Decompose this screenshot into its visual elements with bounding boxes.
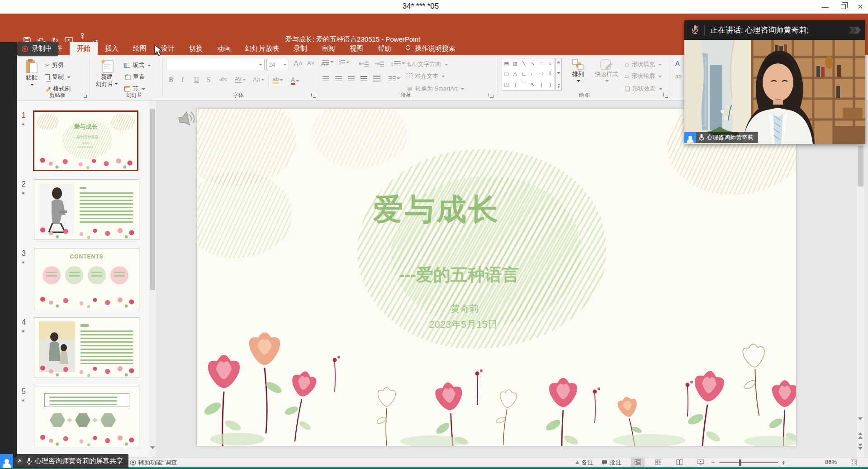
font-size-combo[interactable]: 24 <box>266 59 289 70</box>
reset-button[interactable]: 重置 <box>124 72 145 82</box>
arrange-button[interactable]: 排列 <box>566 59 590 85</box>
shrink-font-button[interactable]: A˅ <box>307 60 314 67</box>
restore-button[interactable] <box>835 0 852 13</box>
slideshow-view-button[interactable] <box>694 458 707 467</box>
close-button[interactable]: ✕ <box>852 0 868 13</box>
zoom-slider-track[interactable] <box>719 462 778 463</box>
zoom-percentage[interactable]: 86% <box>825 459 837 465</box>
tell-me-search[interactable]: 操作说明搜索 <box>398 42 455 55</box>
tab-transitions[interactable]: 切换 <box>182 42 210 55</box>
slide-scrollbar-thumb[interactable] <box>858 146 863 187</box>
copy-button[interactable]: 复制 <box>45 72 71 82</box>
strikethrough-button[interactable]: S <box>207 76 210 84</box>
tab-slideshow[interactable]: 幻灯片放映 <box>238 42 286 55</box>
text-direction-button[interactable]: ⇅A文字方向 <box>407 59 448 70</box>
slide-thumbnail-3[interactable]: CONTENTS <box>34 249 139 309</box>
animation-star-icon[interactable]: ✶ <box>21 190 25 196</box>
change-case-button[interactable]: Aa <box>253 76 265 83</box>
tab-animations[interactable]: 动画 <box>210 42 238 55</box>
tab-home[interactable]: 开始 <box>70 42 98 55</box>
find-button-partial[interactable]: A <box>675 60 679 67</box>
slide-thumbnail-2[interactable] <box>34 179 139 240</box>
scrollbar-thumb[interactable] <box>150 109 155 290</box>
distribute-button[interactable] <box>373 76 380 81</box>
animation-star-icon[interactable]: ✶ <box>21 328 25 335</box>
layout-button[interactable]: 版式 <box>124 60 151 71</box>
paste-button[interactable]: 粘贴 <box>20 59 43 89</box>
increase-indent-button[interactable]: ⇥ <box>374 60 384 68</box>
align-left-button[interactable] <box>323 76 329 81</box>
mic-muted-icon <box>691 24 700 36</box>
screen-share-pill[interactable]: 心理咨询师黄奇莉的屏幕共享 <box>0 454 128 468</box>
bullets-button[interactable] <box>323 60 334 65</box>
align-text-button[interactable]: ↕对齐文本 <box>407 71 445 81</box>
font-dialog-launcher[interactable] <box>311 92 316 98</box>
tab-record[interactable]: 录制 <box>286 42 314 55</box>
align-center-button[interactable] <box>335 76 342 81</box>
zoom-in-button[interactable]: + <box>782 459 786 466</box>
minimize-button[interactable]: — <box>816 0 834 13</box>
shapes-gallery-scrollbar[interactable]: ▾ <box>555 58 562 91</box>
clipboard-dialog-launcher[interactable] <box>81 92 87 98</box>
align-right-button[interactable] <box>348 76 355 81</box>
tab-insert[interactable]: 插入 <box>98 42 126 55</box>
comments-button[interactable]: 批注 <box>602 459 621 467</box>
grow-font-button[interactable]: A˄ <box>294 60 303 68</box>
cut-button[interactable]: ✂剪切 <box>45 60 64 71</box>
fit-slide-button[interactable] <box>847 458 860 467</box>
next-slide-button[interactable] <box>858 444 863 452</box>
shapes-gallery[interactable]: ▤▥╲↘□○ ▢△∟⌐⇨⇩ ◳ʃ⌒∿{} <box>502 58 555 91</box>
audio-speaker-icon[interactable] <box>175 107 199 132</box>
meeting-video-overlay[interactable]: 正在讲话: 心理咨询师黄奇莉; <box>684 20 865 144</box>
character-spacing-button[interactable]: AV <box>235 76 246 83</box>
replace-button-partial[interactable]: ab <box>675 73 681 80</box>
notes-button[interactable]: ≜备注 <box>575 459 593 467</box>
justify-button[interactable] <box>360 76 367 81</box>
recording-badge: 录制中 <box>17 42 58 56</box>
columns-button[interactable] <box>389 76 400 81</box>
animation-star-icon[interactable]: ✶ <box>21 121 25 128</box>
animation-star-icon[interactable]: ✶ <box>21 259 25 266</box>
slide-thumbnail-4[interactable] <box>34 317 139 378</box>
previous-slide-button[interactable] <box>858 430 863 439</box>
quick-styles-button[interactable]: 快速样式 <box>592 59 621 85</box>
normal-view-button[interactable] <box>631 458 645 467</box>
tab-draw[interactable]: 绘图 <box>126 42 154 55</box>
slide-sorter-view-button[interactable] <box>651 458 665 467</box>
slide-thumbnail-1[interactable]: 爱与成长 ---爱的五种语言 黄奇莉 2023年5月15日 <box>33 110 138 171</box>
font-color-button[interactable]: A <box>291 76 299 85</box>
thumbnail-scrollbar[interactable] <box>149 100 156 457</box>
animation-star-icon[interactable]: ✶ <box>21 397 25 404</box>
zoom-slider-thumb[interactable] <box>739 459 741 466</box>
slides-group-label: 幻灯片 <box>107 91 161 99</box>
numbering-button[interactable]: 123 <box>339 60 350 65</box>
quick-styles-icon <box>600 59 613 71</box>
shape-fill-button[interactable]: ◇形状填充 <box>625 59 662 70</box>
new-slide-button[interactable]: 新建 幻灯片 <box>93 59 121 88</box>
clear-strike-button[interactable]: abc <box>219 76 228 81</box>
underline-button[interactable]: U <box>194 76 199 84</box>
bold-button[interactable]: B <box>169 76 173 84</box>
tab-help[interactable]: 帮助 <box>370 42 398 55</box>
drawing-dialog-launcher[interactable] <box>663 92 668 98</box>
shape-effects-button[interactable]: ❏形状效果 <box>625 83 663 94</box>
zoom-out-button[interactable]: − <box>711 459 715 466</box>
tab-view[interactable]: 视图 <box>342 42 370 55</box>
slide-thumbnail-5[interactable] <box>34 387 139 447</box>
slide-canvas[interactable]: 爱与成长 ---爱的五种语言 黄奇莉 2023年5月15日 <box>197 109 796 446</box>
comments-icon <box>602 460 607 465</box>
scroll-down-arrow[interactable] <box>150 449 155 457</box>
slide-scrollbar[interactable] <box>857 100 864 457</box>
italic-button[interactable]: I <box>181 76 184 84</box>
font-name-combo[interactable] <box>166 59 265 70</box>
scroll-down-arrow[interactable] <box>858 420 863 428</box>
decrease-indent-button[interactable]: ⇤ <box>359 60 369 68</box>
shape-outline-button[interactable]: ▱形状轮廓 <box>625 71 662 81</box>
tab-review[interactable]: 审阅 <box>314 42 342 55</box>
paragraph-dialog-launcher[interactable] <box>488 92 493 98</box>
line-spacing-button[interactable]: ↕ <box>390 60 405 67</box>
reading-view-button[interactable] <box>673 458 686 467</box>
accessibility-status[interactable]: 辅助功能: 调查 <box>130 459 177 467</box>
paragraph-group-label: 段落 <box>379 91 433 99</box>
highlight-color-button[interactable]: ab <box>273 76 283 84</box>
